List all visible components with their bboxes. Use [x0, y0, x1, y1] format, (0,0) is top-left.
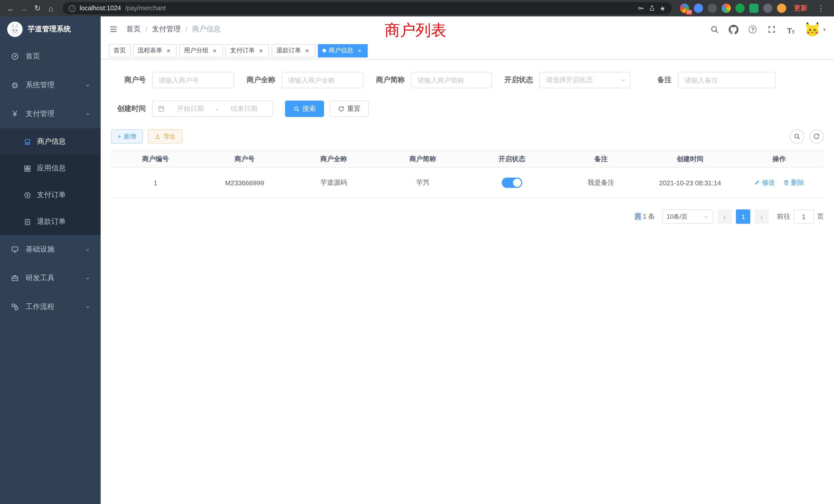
- column-header: 创建时间: [645, 150, 734, 167]
- total-suffix: 条: [648, 212, 655, 220]
- merchant-no-input[interactable]: [152, 72, 234, 88]
- remark-input[interactable]: [678, 72, 775, 88]
- page-size-select[interactable]: 10条/页: [662, 209, 713, 224]
- extension-icon[interactable]: [708, 4, 717, 13]
- gear-icon: ⚙: [10, 80, 20, 90]
- cell-status: [467, 167, 556, 198]
- table-header-row: 商户编号 商户号 商户全称 商户简称 开启状态 备注 创建时间 操作: [111, 150, 824, 167]
- extension-icon[interactable]: [749, 4, 759, 13]
- hamburger-icon[interactable]: [109, 25, 118, 33]
- back-icon[interactable]: ←: [4, 2, 18, 15]
- prev-page-button[interactable]: ‹: [718, 209, 732, 224]
- sidebar-item-label: 支付管理: [26, 109, 54, 118]
- cell-merchant-name: 芋道源码: [289, 167, 378, 198]
- browser-menu-icon[interactable]: ⋮: [815, 4, 827, 13]
- sidebar-item-merchant-info[interactable]: 商户信息: [0, 128, 101, 155]
- status-toggle[interactable]: [502, 178, 522, 188]
- edit-button[interactable]: 修改: [754, 178, 775, 187]
- tab-label: 支付订单: [230, 46, 255, 55]
- sidebar-item-system[interactable]: ⚙ 系统管理: [0, 71, 101, 99]
- close-icon[interactable]: ×: [211, 47, 218, 54]
- delete-button[interactable]: 删除: [783, 178, 804, 187]
- field-label: 商户全称: [240, 75, 275, 85]
- share-icon[interactable]: [649, 5, 656, 12]
- close-icon[interactable]: ×: [356, 47, 363, 54]
- add-button[interactable]: + 新增: [111, 129, 143, 144]
- table-row: 1 M233666999 芋道源码 芋艿 我是备注 2021-10-23 08:…: [111, 167, 824, 198]
- browser-toolbar: ← → ↻ ⌂ i localhost:1024 /pay/merchant ★…: [0, 0, 834, 17]
- tab-merchant-info[interactable]: 商户信息 ×: [318, 44, 368, 57]
- breadcrumb-home[interactable]: 首页: [126, 25, 141, 34]
- extension-icon[interactable]: 10: [680, 4, 689, 13]
- merchant-table: 商户编号 商户号 商户全称 商户简称 开启状态 备注 创建时间 操作 1: [111, 150, 824, 198]
- close-icon[interactable]: ×: [257, 47, 264, 54]
- sidebar-item-payment[interactable]: ¥ 支付管理: [0, 99, 101, 128]
- date-range-picker[interactable]: 开始日期 - 结束日期: [152, 100, 273, 117]
- page-1-button[interactable]: 1: [736, 209, 750, 224]
- tags-view: 首页 流程表单 × 用户分组 × 支付订单 × 退款订单 ×: [101, 42, 834, 60]
- extension-icon[interactable]: [777, 4, 786, 13]
- tab-user-group[interactable]: 用户分组 ×: [179, 44, 223, 57]
- fullscreen-icon[interactable]: [766, 24, 777, 35]
- password-key-icon[interactable]: [638, 5, 645, 12]
- tab-process-form[interactable]: 流程表单 ×: [133, 44, 177, 57]
- filter-merchant-short: 商户简称: [370, 72, 492, 88]
- extension-icon[interactable]: [722, 4, 731, 13]
- breadcrumb: 首页 / 支付管理 / 商户信息: [126, 25, 221, 34]
- browser-update-button[interactable]: 更新: [794, 4, 807, 13]
- home-icon[interactable]: ⌂: [44, 2, 58, 15]
- address-bar[interactable]: i localhost:1024 /pay/merchant ★: [63, 2, 672, 14]
- sidebar-item-refund-order[interactable]: 退款订单: [0, 208, 101, 235]
- search-button[interactable]: 搜索: [285, 100, 324, 117]
- merchant-short-input[interactable]: [411, 72, 492, 88]
- font-large-glyph: T: [787, 26, 792, 35]
- github-icon[interactable]: [728, 24, 740, 35]
- merchant-name-input[interactable]: [281, 72, 364, 88]
- search-icon[interactable]: [709, 24, 721, 35]
- breadcrumb-payment[interactable]: 支付管理: [152, 25, 181, 34]
- extension-icon[interactable]: [736, 4, 745, 13]
- tab-label: 商户信息: [329, 46, 353, 55]
- sidebar-item-dev-tools[interactable]: 研发工具: [0, 264, 101, 293]
- page-annotation: 商户列表: [385, 20, 446, 41]
- user-menu[interactable]: ▾: [804, 22, 826, 37]
- sidebar-item-infrastructure[interactable]: 基础设施: [0, 235, 101, 264]
- sidebar-item-app-info[interactable]: 应用信息: [0, 155, 101, 182]
- toggle-search-button[interactable]: [790, 129, 804, 144]
- reset-button[interactable]: 重置: [330, 100, 369, 117]
- logo[interactable]: 芋道管理系统: [0, 17, 101, 42]
- forward-icon[interactable]: →: [18, 2, 31, 15]
- bookmark-star-icon[interactable]: ★: [660, 4, 665, 12]
- total-count: 共1条: [635, 212, 655, 221]
- close-icon[interactable]: ×: [304, 47, 311, 54]
- url-host: localhost:1024: [80, 5, 121, 12]
- filter-merchant-name: 商户全称: [240, 72, 364, 88]
- cell-merchant-id: 1: [111, 167, 200, 198]
- sidebar-item-workflow[interactable]: 工作流程: [0, 293, 101, 321]
- goto-page-input[interactable]: [793, 209, 814, 224]
- grid-icon: [23, 164, 32, 172]
- extension-icon[interactable]: [763, 4, 772, 13]
- site-info-icon[interactable]: i: [69, 5, 75, 12]
- status-select[interactable]: 请选择开启状态: [539, 72, 631, 88]
- tab-pay-order[interactable]: 支付订单 ×: [225, 44, 269, 57]
- tab-refund-order[interactable]: 退款订单 ×: [272, 44, 315, 57]
- font-size-icon[interactable]: TT: [785, 24, 796, 35]
- breadcrumb-separator: /: [145, 25, 147, 33]
- extension-icon[interactable]: [694, 4, 703, 13]
- reload-icon[interactable]: ↻: [31, 2, 44, 15]
- refresh-button[interactable]: [809, 129, 824, 144]
- cell-merchant-short: 芋艿: [378, 167, 467, 198]
- column-header: 商户编号: [111, 150, 200, 167]
- export-button[interactable]: 导出: [148, 129, 182, 144]
- plus-icon: +: [117, 133, 121, 140]
- tab-home[interactable]: 首页: [109, 44, 130, 57]
- next-page-button[interactable]: ›: [754, 209, 769, 224]
- sidebar-item-home[interactable]: 首页: [0, 42, 101, 71]
- close-icon[interactable]: ×: [165, 47, 172, 54]
- tab-label: 流程表单: [138, 46, 162, 55]
- help-icon[interactable]: ?: [747, 24, 759, 35]
- sidebar-item-pay-order[interactable]: 支付订单: [0, 182, 101, 208]
- calendar-icon: [158, 105, 165, 112]
- cell-actions: 修改 删除: [734, 167, 824, 198]
